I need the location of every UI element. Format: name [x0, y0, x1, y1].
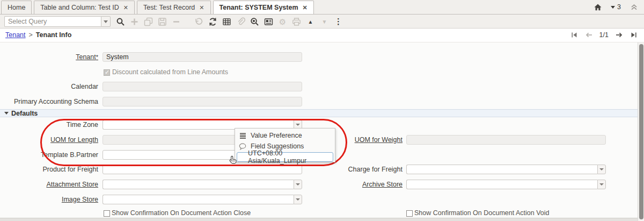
last-record-icon[interactable] — [630, 31, 638, 39]
expand-panel-icon[interactable]: ▼ — [320, 17, 329, 26]
breadcrumb-row: Tenant > Tenant Info 1/1 — [0, 29, 644, 42]
open-windows-count: 3 — [617, 3, 621, 11]
menu-item-value-preference[interactable]: Value Preference — [235, 130, 335, 141]
attachment-store-input[interactable] — [103, 180, 294, 189]
menu-item-label: UTC+08:00 Asia/Kuala_Lumpur — [248, 149, 333, 165]
uom-for-weight-field — [406, 135, 606, 145]
tenant-info-form: Tenant* Discount calculated from Line Am… — [0, 42, 644, 221]
next-record-icon[interactable] — [615, 31, 623, 39]
attachment-store-label[interactable]: Attachment Store — [0, 180, 98, 189]
field-context-menu: Value Preference Field Suggestions UTC+0… — [235, 128, 335, 162]
vertical-scrollbar-thumb[interactable] — [639, 44, 643, 219]
tab-test-record[interactable]: Test: Test Record ✕ — [137, 1, 211, 14]
print-icon[interactable] — [292, 17, 301, 26]
select-query-dropdown-button[interactable] — [101, 16, 111, 27]
section-title: Defaults — [11, 110, 38, 117]
tab-bar: Home Table and Column: Test ID ✕ Test: T… — [0, 0, 644, 15]
hand-cursor-icon — [229, 155, 239, 167]
tab-label: Test: Test Record — [143, 2, 195, 14]
tab-label: Home — [8, 2, 25, 14]
bottom-edge-strip — [0, 218, 638, 221]
menu-item-label: Field Suggestions — [251, 142, 304, 150]
select-query-combobox — [4, 16, 111, 27]
tab-tenant-active[interactable]: Tenant: SYSTEM System ✕ — [213, 1, 314, 14]
confirm-close-checkbox[interactable] — [104, 210, 110, 217]
defaults-section-header[interactable]: Defaults — [0, 109, 638, 117]
image-store-combobox[interactable] — [103, 195, 302, 204]
close-tab-icon[interactable]: ✕ — [123, 5, 128, 11]
customize-icon[interactable]: ⚙ — [278, 17, 287, 26]
breadcrumb-parent-link[interactable]: Tenant — [5, 31, 26, 39]
tab-label: Tenant: SYSTEM System — [219, 2, 298, 14]
value-preference-list-icon — [239, 132, 246, 139]
archive-store-combobox[interactable] — [406, 180, 606, 189]
field-suggestions-chat-icon — [239, 143, 246, 150]
calendar-field — [103, 82, 302, 91]
tenant-label[interactable]: Tenant* — [0, 52, 98, 62]
attachment-store-combobox[interactable] — [103, 180, 302, 189]
attachment-icon[interactable] — [236, 17, 245, 26]
copy-record-icon[interactable] — [144, 17, 153, 26]
select-query-input[interactable] — [4, 16, 101, 27]
breadcrumb-current: Tenant Info — [36, 31, 71, 39]
image-store-dropdown-button[interactable] — [294, 195, 302, 204]
collapse-panel-icon[interactable]: ▲ — [306, 17, 315, 26]
tab-table-and-column[interactable]: Table and Column: Test ID ✕ — [34, 1, 135, 14]
confirm-void-checkbox[interactable] — [406, 210, 413, 217]
charge-for-freight-input[interactable] — [406, 165, 597, 174]
discount-checkbox-label: Discount calculated from Line Amounts — [112, 69, 228, 76]
home-icon[interactable] — [593, 3, 602, 12]
collapse-header-icon[interactable] — [630, 3, 639, 12]
chevron-down-icon — [296, 198, 300, 201]
delete-record-icon[interactable] — [172, 17, 181, 26]
charge-for-freight-combobox[interactable] — [406, 165, 606, 174]
calendar-label: Calendar — [0, 82, 98, 91]
image-store-input[interactable] — [103, 195, 294, 204]
image-store-label[interactable]: Image Store — [0, 195, 98, 204]
more-options-icon[interactable]: ⋮ — [334, 17, 343, 26]
record-position-label: 1/1 — [599, 31, 609, 39]
find-icon[interactable] — [116, 17, 125, 26]
open-windows-dropdown[interactable]: 3 — [611, 3, 621, 11]
save-icon[interactable] — [158, 17, 167, 26]
menu-item-timezone-suggestion[interactable]: UTC+08:00 Asia/Kuala_Lumpur — [237, 152, 333, 162]
confirm-close-checkbox-label: Show Confirmation On Document Action Clo… — [112, 210, 251, 217]
tab-home[interactable]: Home — [1, 1, 32, 14]
breadcrumb: Tenant > Tenant Info — [5, 31, 71, 39]
primary-accounting-schema-label: Primary Accounting Schema — [0, 97, 98, 106]
discount-checkbox — [104, 69, 110, 76]
breadcrumb-separator: > — [29, 31, 33, 39]
section-collapse-icon — [4, 112, 9, 115]
primary-accounting-schema-field — [103, 97, 302, 106]
application-window: Home Table and Column: Test ID ✕ Test: T… — [0, 0, 644, 221]
record-navigation: 1/1 — [570, 31, 638, 39]
archive-store-label[interactable]: Archive Store — [298, 180, 402, 189]
new-record-icon[interactable] — [130, 17, 139, 26]
archive-store-input[interactable] — [406, 180, 597, 189]
grid-toggle-icon[interactable] — [222, 17, 231, 26]
charge-for-freight-dropdown-button[interactable] — [597, 165, 606, 174]
previous-record-icon[interactable] — [585, 31, 593, 39]
vertical-scrollbar-track[interactable] — [638, 42, 644, 221]
report-icon[interactable] — [264, 17, 273, 26]
chevron-down-icon — [599, 168, 604, 170]
undo-icon[interactable] — [194, 17, 203, 26]
first-record-icon[interactable] — [570, 31, 579, 39]
chevron-down-icon — [611, 6, 615, 9]
toolbar: ⚙ ▲ ▼ ⋮ — [0, 15, 644, 28]
tab-label: Table and Column: Test ID — [40, 2, 119, 14]
archive-store-dropdown-button[interactable] — [597, 180, 606, 189]
confirm-void-checkbox-label: Show Confirmation On Document Action Voi… — [414, 210, 550, 217]
close-tab-icon[interactable]: ✕ — [303, 5, 308, 11]
menu-item-label: Value Preference — [251, 132, 302, 139]
chevron-down-icon — [599, 183, 604, 186]
refresh-icon[interactable] — [208, 17, 217, 26]
required-mark: * — [96, 54, 98, 60]
zoom-across-icon[interactable] — [250, 17, 259, 26]
tenant-field — [103, 52, 302, 62]
close-tab-icon[interactable]: ✕ — [199, 5, 204, 11]
